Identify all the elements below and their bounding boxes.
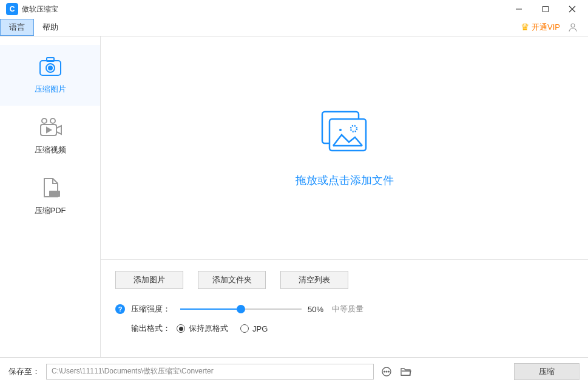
main-panel: 拖放或点击添加文件 添加图片 添加文件夹 清空列表 ? 压缩强度： 50% 中等…	[101, 36, 588, 357]
titlebar: C 傲软压缩宝	[0, 0, 588, 18]
video-icon	[38, 117, 63, 138]
open-folder-icon[interactable]	[399, 365, 413, 378]
radio-keep-format[interactable]: 保持原格式	[177, 323, 228, 334]
compress-button[interactable]: 压缩	[514, 363, 580, 380]
vip-label: 开通VIP	[532, 22, 560, 33]
controls-panel: 添加图片 添加文件夹 清空列表 ? 压缩强度： 50% 中等质量 输出格式：	[101, 259, 588, 357]
add-image-button[interactable]: 添加图片	[115, 271, 183, 289]
sidebar-item-compress-pdf[interactable]: PDF 压缩PDF	[0, 166, 100, 227]
strength-slider[interactable]	[180, 304, 302, 314]
sidebar-item-compress-image[interactable]: 压缩图片	[0, 45, 100, 106]
user-icon[interactable]	[566, 21, 580, 34]
svg-point-20	[384, 371, 385, 372]
sidebar-label: 压缩PDF	[35, 205, 66, 216]
minimize-button[interactable]	[505, 0, 532, 18]
svg-rect-8	[47, 58, 54, 61]
strength-label: 压缩强度：	[131, 304, 171, 315]
maximize-button[interactable]	[532, 0, 559, 18]
menu-language[interactable]: 语言	[0, 19, 34, 36]
app-icon: C	[6, 3, 18, 15]
menubar: 语言 帮助 ♛ 开通VIP	[0, 18, 588, 36]
pdf-icon: PDF	[38, 177, 63, 199]
window-controls	[505, 0, 586, 18]
menu-help[interactable]: 帮助	[34, 19, 67, 35]
more-icon[interactable]	[380, 365, 393, 378]
crown-icon: ♛	[521, 21, 529, 33]
app-title: 傲软压缩宝	[22, 4, 58, 15]
save-to-label: 保存至：	[8, 366, 40, 377]
radio-jpg[interactable]: JPG	[240, 324, 268, 333]
svg-point-7	[49, 66, 52, 70]
sidebar-item-compress-video[interactable]: 压缩视频	[0, 106, 100, 166]
svg-point-17	[339, 129, 342, 131]
svg-point-21	[386, 371, 387, 372]
quality-label: 中等质量	[332, 304, 363, 315]
sidebar-label: 压缩视频	[35, 145, 66, 155]
camera-icon	[38, 56, 63, 78]
add-folder-button[interactable]: 添加文件夹	[198, 271, 266, 289]
close-button[interactable]	[559, 0, 586, 18]
save-path-input[interactable]	[46, 364, 374, 380]
radio-circle-icon	[177, 324, 185, 333]
dropzone-text: 拖放或点击添加文件	[296, 173, 394, 188]
svg-point-10	[50, 118, 55, 123]
slider-thumb[interactable]	[237, 305, 245, 313]
sidebar-label: 压缩图片	[35, 84, 66, 95]
vip-button[interactable]: ♛ 开通VIP	[521, 21, 560, 33]
svg-point-9	[42, 118, 47, 123]
svg-text:PDF: PDF	[50, 192, 59, 196]
svg-point-22	[388, 371, 390, 372]
clear-list-button[interactable]: 清空列表	[280, 271, 348, 289]
radio-circle-icon	[240, 324, 249, 333]
sidebar: 压缩图片 压缩视频 PDF 压缩P	[0, 36, 101, 357]
help-icon[interactable]: ?	[115, 304, 125, 314]
radio-label: 保持原格式	[189, 323, 228, 334]
svg-rect-1	[543, 7, 549, 12]
footer: 保存至： 压缩	[0, 357, 588, 385]
svg-point-4	[571, 24, 575, 27]
dropzone[interactable]: 拖放或点击添加文件	[101, 36, 588, 259]
strength-value: 50%	[308, 305, 323, 314]
output-format-label: 输出格式：	[131, 323, 171, 334]
image-stack-icon	[317, 108, 372, 160]
radio-label: JPG	[252, 324, 268, 333]
